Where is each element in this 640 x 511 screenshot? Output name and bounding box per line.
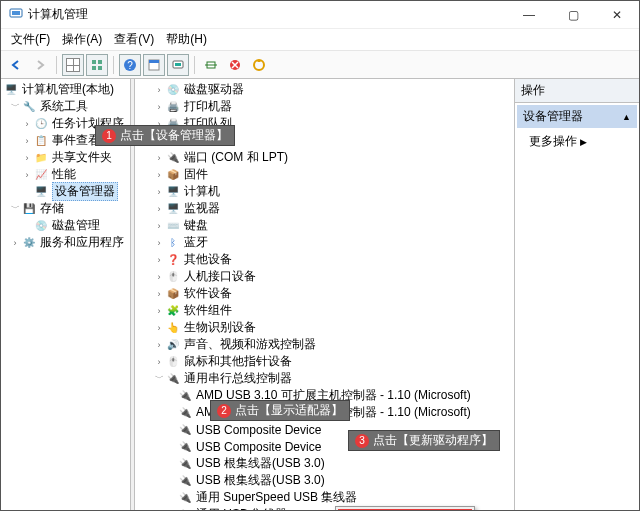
forward-button[interactable] — [29, 54, 51, 76]
svg-rect-9 — [149, 60, 159, 63]
usb-icon: 🔌 — [177, 507, 193, 511]
cat-software-components[interactable]: ›🧩软件组件 — [137, 302, 514, 319]
usb-icon: 🔌 — [177, 388, 193, 404]
compmgmt-window: 计算机管理 — ▢ ✕ 文件(F) 操作(A) 查看(V) 帮助(H) ? — [0, 0, 640, 511]
tree-services-apps[interactable]: ›⚙️服务和应用程序 — [3, 234, 130, 251]
properties-button[interactable] — [143, 54, 165, 76]
computer-icon: 🖥️ — [165, 184, 181, 200]
refresh-button[interactable] — [167, 54, 189, 76]
dev-usb5[interactable]: 🔌USB 根集线器(USB 3.0) — [137, 455, 514, 472]
services-icon: ⚙️ — [21, 235, 37, 251]
chevron-right-icon: ▶ — [580, 137, 587, 147]
mouse-icon: 🖱️ — [165, 354, 181, 370]
svg-rect-4 — [92, 66, 96, 70]
event-icon: 📋 — [33, 133, 49, 149]
cat-printers[interactable]: ›🖨️打印机器 — [137, 98, 514, 115]
show-hide-tree-button[interactable] — [62, 54, 84, 76]
wrench-icon: 🔧 — [21, 99, 37, 115]
svg-rect-1 — [12, 11, 20, 15]
cat-biometric[interactable]: ›👆生物识别设备 — [137, 319, 514, 336]
close-button[interactable]: ✕ — [595, 1, 639, 29]
sound-icon: 🔊 — [165, 337, 181, 353]
cat-bluetooth[interactable]: ›ᛒ蓝牙 — [137, 234, 514, 251]
tree-storage[interactable]: ﹀💾存储 — [3, 200, 130, 217]
collapse-icon: ▲ — [622, 112, 631, 122]
help-button[interactable]: ? — [119, 54, 141, 76]
usb-icon: 🔌 — [177, 439, 193, 455]
clock-icon: 🕒 — [33, 116, 49, 132]
annotation-2: 2点击【显示适配器】 — [210, 400, 350, 421]
cat-hid[interactable]: ›🖱️人机接口设备 — [137, 268, 514, 285]
usb-icon: 🔌 — [177, 456, 193, 472]
usb-icon: 🔌 — [177, 490, 193, 506]
window-title: 计算机管理 — [28, 6, 88, 23]
maximize-button[interactable]: ▢ — [551, 1, 595, 29]
cat-mice[interactable]: ›🖱️鼠标和其他指针设备 — [137, 353, 514, 370]
keyboard-icon: ⌨️ — [165, 218, 181, 234]
storage-icon: 💾 — [21, 201, 37, 217]
back-button[interactable] — [5, 54, 27, 76]
cat-software-devices[interactable]: ›📦软件设备 — [137, 285, 514, 302]
tree-root[interactable]: 🖥️计算机管理(本地) — [3, 81, 130, 98]
actions-pane: 操作 设备管理器▲ 更多操作 ▶ — [515, 79, 639, 510]
ctx-update-driver[interactable]: 更新驱动程序(P) — [338, 509, 472, 510]
cat-ports[interactable]: ›🔌端口 (COM 和 LPT) — [137, 149, 514, 166]
usb-icon: 🔌 — [177, 405, 193, 421]
monitor-icon: 🖥️ — [165, 201, 181, 217]
disable-device-button[interactable] — [224, 54, 246, 76]
bluetooth-icon: ᛒ — [165, 235, 181, 251]
disk-icon: 💿 — [165, 82, 181, 98]
disk-icon: 💿 — [33, 218, 49, 234]
minimize-button[interactable]: — — [507, 1, 551, 29]
tree-disk-management[interactable]: 💿磁盘管理 — [3, 217, 130, 234]
svg-rect-2 — [92, 60, 96, 64]
svg-rect-5 — [98, 66, 102, 70]
cat-other-devices[interactable]: ›❓其他设备 — [137, 251, 514, 268]
usb-icon: 🔌 — [177, 473, 193, 489]
svg-rect-3 — [98, 60, 102, 64]
perf-icon: 📈 — [33, 167, 49, 183]
cat-keyboards[interactable]: ›⌨️键盘 — [137, 217, 514, 234]
port-icon: 🔌 — [165, 150, 181, 166]
actions-selected[interactable]: 设备管理器▲ — [517, 105, 637, 128]
svg-text:?: ? — [127, 60, 133, 71]
device-manager-icon: 🖥️ — [33, 184, 49, 200]
dev-usb6[interactable]: 🔌USB 根集线器(USB 3.0) — [137, 472, 514, 489]
actions-header: 操作 — [515, 79, 639, 103]
software-icon: 📦 — [165, 286, 181, 302]
cat-disk-drives[interactable]: ›💿磁盘驱动器 — [137, 81, 514, 98]
cat-usb-controllers[interactable]: ﹀🔌通用串行总线控制器 — [137, 370, 514, 387]
cat-monitors[interactable]: ›🖥️监视器 — [137, 200, 514, 217]
tree-device-manager[interactable]: 🖥️设备管理器 — [3, 183, 130, 200]
menu-view[interactable]: 查看(V) — [108, 29, 160, 50]
firmware-icon: 📦 — [165, 167, 181, 183]
hid-icon: 🖱️ — [165, 269, 181, 285]
actions-more[interactable]: 更多操作 ▶ — [515, 130, 639, 153]
menu-action[interactable]: 操作(A) — [56, 29, 108, 50]
menu-file[interactable]: 文件(F) — [5, 29, 56, 50]
toolbar: ? — [1, 51, 639, 79]
menu-help[interactable]: 帮助(H) — [160, 29, 213, 50]
dev-usb7[interactable]: 🔌通用 SuperSpeed USB 集线器 — [137, 489, 514, 506]
tree-system-tools[interactable]: ﹀🔧系统工具 — [3, 98, 130, 115]
cat-firmware[interactable]: ›📦固件 — [137, 166, 514, 183]
folder-icon: 📁 — [33, 150, 49, 166]
cat-sound-video[interactable]: ›🔊声音、视频和游戏控制器 — [137, 336, 514, 353]
view-mode-button[interactable] — [86, 54, 108, 76]
annotation-1: 1点击【设备管理器】 — [95, 125, 235, 146]
scan-hardware-button[interactable] — [200, 54, 222, 76]
component-icon: 🧩 — [165, 303, 181, 319]
tree-performance[interactable]: ›📈性能 — [3, 166, 130, 183]
usb-icon: 🔌 — [165, 371, 181, 387]
menubar: 文件(F) 操作(A) 查看(V) 帮助(H) — [1, 29, 639, 51]
computer-icon: 🖥️ — [3, 82, 19, 98]
tree-shared-folders[interactable]: ›📁共享文件夹 — [3, 149, 130, 166]
usb-icon: 🔌 — [177, 422, 193, 438]
app-icon — [9, 6, 23, 23]
titlebar: 计算机管理 — ▢ ✕ — [1, 1, 639, 29]
fingerprint-icon: 👆 — [165, 320, 181, 336]
cat-computer[interactable]: ›🖥️计算机 — [137, 183, 514, 200]
question-icon: ❓ — [165, 252, 181, 268]
update-driver-button[interactable] — [248, 54, 270, 76]
printer-icon: 🖨️ — [165, 99, 181, 115]
